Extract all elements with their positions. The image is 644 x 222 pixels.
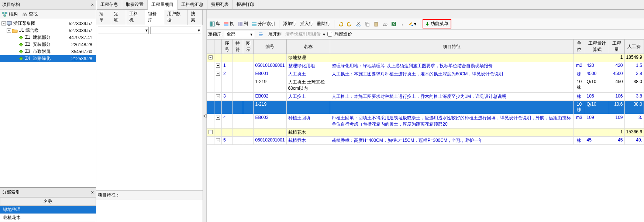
top-tab[interactable]: 费用列表 (207, 0, 233, 9)
svg-rect-10 (25, 13, 26, 14)
svg-point-7 (23, 14, 25, 16)
quick-ref-label: 清单快速引用组价 (285, 31, 321, 37)
folder-icon (12, 28, 18, 33)
svg-rect-29 (375, 22, 378, 26)
svg-rect-2 (4, 14, 5, 16)
paint-icon[interactable]: ▾ (407, 21, 418, 27)
project-tree[interactable]: − 浙江某集团 5273039.57 − U1 综合楼 5273039.57 Z… (0, 19, 96, 187)
find-icon[interactable] (381, 21, 389, 27)
expand-to-button[interactable]: 展开到 (267, 30, 283, 38)
top-tab[interactable]: 工料机汇总 (178, 0, 207, 9)
table-row[interactable]: −栽植花木115366.6 (207, 129, 644, 137)
top-tab[interactable]: 工程量项目 (148, 0, 178, 10)
svg-rect-30 (375, 22, 377, 23)
table-row[interactable]: +4EB003种植土回填种植土回填：回填土不得采用建筑垃圾或杂土，应选用透水性较… (207, 114, 644, 129)
section-index-button[interactable]: 分部索引 (250, 20, 277, 28)
main-toolbar: 库 换 列 分部索引 添加行 插入行 删除行 X ， ▾ ⬇ 功能菜单 (207, 18, 644, 30)
section-index-item[interactable]: 绿地整理 (0, 206, 96, 214)
local-cost-label: 局部造价 (334, 31, 352, 37)
huan-button[interactable]: 换 (222, 20, 235, 28)
table-row[interactable]: 1-21910株Q/1010.638.0 (207, 101, 644, 114)
top-tab[interactable]: 工程信息 (97, 0, 122, 9)
redo-icon[interactable] (345, 21, 354, 27)
ku-button[interactable]: 库 (208, 20, 221, 28)
tree-node[interactable]: Z2 安装部分226148.28 (0, 41, 96, 48)
structure-panel-header: 项目结构 × (0, 0, 96, 10)
copy-icon[interactable] (363, 21, 371, 27)
column-header[interactable]: 序号 (222, 40, 233, 54)
svg-rect-21 (252, 24, 256, 25)
expander-icon[interactable]: − (7, 28, 11, 33)
svg-rect-13 (210, 22, 212, 26)
svg-rect-1 (6, 12, 7, 13)
table-row[interactable]: +3EB002人工换土人工换土：本施工图要求对种植土进行换土，乔木的换土深度至少… (207, 93, 644, 101)
svg-point-24 (359, 25, 360, 26)
tree-node[interactable]: Z1 建筑部分4479787.41 (0, 34, 96, 41)
delete-row-button[interactable]: 删除行 (316, 20, 332, 28)
table-row[interactable]: 1-219人工换土 土球直径60cm以内10株Q/1045038.0 (207, 78, 644, 93)
leaf-icon (18, 42, 24, 47)
close-icon[interactable]: × (91, 190, 94, 195)
close-icon[interactable]: × (91, 2, 94, 7)
svg-rect-14 (213, 22, 214, 26)
top-tab[interactable]: 取费设置 (122, 0, 148, 9)
expander-icon[interactable]: − (1, 21, 6, 25)
column-header[interactable]: 工程量计算式 (585, 40, 609, 54)
svg-point-23 (357, 25, 358, 26)
collapse-handle[interactable]: ◁ (203, 0, 207, 222)
column-header[interactable]: 特符 (232, 40, 243, 54)
structure-panel-title: 项目结构 (2, 1, 20, 8)
lib-label: 定额库: (208, 31, 223, 37)
tree-node[interactable]: Z4 道路绿化212536.28 (0, 55, 96, 62)
combo-1[interactable]: ▾ (98, 27, 149, 34)
sub-tab[interactable]: 用户数据 (164, 9, 188, 25)
comma-button[interactable]: ， (399, 20, 406, 28)
svg-point-35 (411, 25, 413, 26)
svg-line-26 (357, 22, 360, 25)
excel-icon[interactable]: X (390, 21, 398, 27)
insert-row-button[interactable]: 插入行 (299, 20, 315, 28)
svg-line-25 (357, 22, 359, 25)
column-header[interactable]: 人工费 (624, 40, 644, 54)
svg-rect-20 (252, 22, 256, 23)
quantity-grid[interactable]: 序号特符图示编号名称项目特征单位工程量计算式工程量人工费 −绿地整理118549… (207, 39, 644, 145)
column-header[interactable]: 编号 (254, 40, 286, 54)
function-menu-button[interactable]: ⬇ 功能菜单 (423, 19, 451, 28)
table-row[interactable]: +1050101006001整理绿化用地整理绿化用地：绿地清理等 以上必须达到施… (207, 62, 644, 70)
sub-tab[interactable]: 搜索 (188, 9, 203, 25)
svg-text:X: X (392, 21, 395, 27)
sub-tab[interactable]: 组价库 (145, 9, 164, 25)
combo-2[interactable]: ▾ (150, 27, 201, 34)
add-row-button[interactable]: 添加行 (282, 20, 298, 28)
computer-icon (7, 21, 13, 26)
svg-rect-15 (224, 22, 228, 24)
svg-rect-0 (3, 12, 4, 13)
column-header[interactable]: 项目特征 (330, 40, 574, 54)
tab-structure[interactable]: 结构 (2, 11, 18, 17)
table-row[interactable]: +2EB001人工换土人工换土：本施工图要求对种植土进行换土，灌木的换土深度为6… (207, 70, 644, 78)
tree-node[interactable]: Z3 市政附属354567.60 (0, 48, 96, 55)
table-row[interactable]: −绿地整理118549.9 (207, 54, 644, 62)
cut-icon[interactable] (354, 21, 362, 27)
svg-rect-28 (366, 23, 369, 26)
local-cost-checkbox[interactable] (327, 32, 332, 37)
sub-tab[interactable]: 清单 (96, 9, 111, 25)
column-header[interactable]: 名称 (286, 40, 330, 54)
column-header[interactable]: 图示 (243, 40, 254, 54)
lib-combo[interactable]: 全部▾ (225, 31, 254, 38)
table-row[interactable]: +5050102001001栽植乔木栽植香樟：高度H=400CM，胸径Φ=15C… (207, 137, 644, 145)
svg-point-8 (25, 14, 27, 16)
column-header[interactable]: 单位 (574, 40, 585, 54)
tab-find[interactable]: 查找 (22, 11, 38, 17)
lie-button[interactable]: 列 (236, 20, 249, 28)
section-index-item[interactable]: 栽植花木 (0, 214, 96, 222)
undo-icon[interactable] (337, 21, 345, 27)
svg-rect-16 (224, 24, 228, 26)
expand-icon[interactable] (256, 31, 265, 38)
top-tab[interactable]: 报表打印 (233, 0, 258, 9)
sub-tab[interactable]: 定额 (111, 9, 126, 25)
svg-rect-19 (241, 22, 242, 26)
paste-icon[interactable] (372, 21, 380, 27)
column-header[interactable]: 工程量 (609, 40, 624, 54)
sub-tab[interactable]: 工料机 (126, 9, 145, 25)
